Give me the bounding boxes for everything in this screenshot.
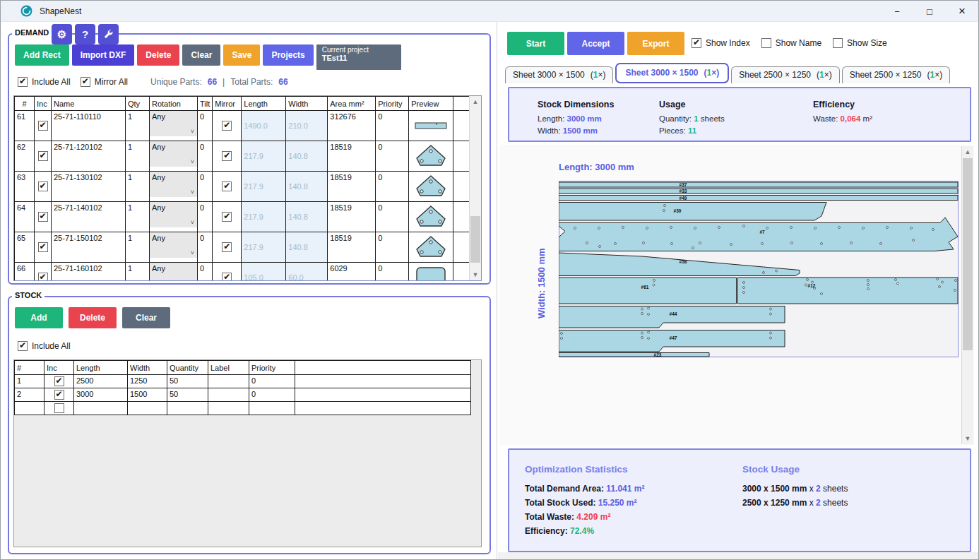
part-include-checkbox[interactable]: [38, 212, 48, 222]
stock-include-all-checkbox[interactable]: Include All: [18, 341, 71, 351]
part-include-checkbox[interactable]: [38, 242, 48, 252]
stock-include-checkbox[interactable]: [54, 403, 64, 413]
viz-scroll-down-icon[interactable]: ▼: [962, 433, 973, 444]
stock-include-cell[interactable]: [44, 402, 74, 415]
clear-parts-button[interactable]: Clear: [182, 44, 220, 66]
viz-scroll-up-icon[interactable]: ▲: [962, 146, 973, 157]
stock-quantity-cell[interactable]: 50: [167, 388, 208, 402]
stock-quantity-cell[interactable]: [167, 402, 208, 415]
stock-label-cell[interactable]: [208, 388, 249, 402]
stock-priority-cell[interactable]: [249, 402, 295, 415]
demand-table-row[interactable]: 6425-71-1401021Any˅0217.9140.8185190: [15, 202, 474, 232]
save-button[interactable]: Save: [223, 44, 260, 66]
part-include-cell[interactable]: [35, 172, 52, 202]
stock-label-cell[interactable]: [208, 402, 249, 415]
part-mirror-cell[interactable]: [213, 202, 242, 232]
view-option-show-name[interactable]: Show Name: [761, 38, 821, 48]
stock-table-row[interactable]: [15, 402, 471, 415]
part-tilt-cell[interactable]: 0: [198, 111, 213, 141]
stock-width-cell[interactable]: [128, 402, 167, 415]
part-mirror-checkbox[interactable]: [222, 121, 232, 131]
part-mirror-cell[interactable]: [213, 111, 242, 141]
rotation-dropdown[interactable]: Any˅: [150, 232, 198, 258]
nested-part-12[interactable]: #12: [738, 278, 959, 304]
view-option-checkbox[interactable]: [692, 38, 701, 48]
nesting-view[interactable]: Length: 3000 mm Width: 1500 mm #37#33#49…: [499, 145, 974, 446]
mirror-all-box[interactable]: [81, 77, 90, 87]
export-button[interactable]: Export: [627, 32, 684, 55]
stock-quantity-cell[interactable]: 50: [167, 375, 208, 388]
part-priority-cell[interactable]: 0: [376, 202, 409, 232]
part-mirror-checkbox[interactable]: [222, 151, 232, 161]
nested-part-30[interactable]: #30: [559, 203, 826, 221]
part-qty-cell[interactable]: 1: [126, 263, 150, 282]
part-tilt-cell[interactable]: 0: [198, 172, 213, 202]
part-name-cell[interactable]: 25-71-110110: [52, 111, 126, 141]
part-rotation-cell[interactable]: Any˅: [150, 111, 198, 141]
stock-width-cell[interactable]: 1250: [128, 375, 167, 388]
part-include-cell[interactable]: [35, 141, 52, 172]
part-tilt-cell[interactable]: 0: [198, 141, 213, 172]
part-include-cell[interactable]: [35, 232, 52, 263]
include-all-box[interactable]: [18, 77, 28, 87]
import-dxf-button[interactable]: Import DXF: [72, 44, 135, 66]
part-mirror-checkbox[interactable]: [222, 212, 232, 222]
scroll-down-icon[interactable]: ▼: [470, 269, 481, 280]
stock-label-cell[interactable]: [208, 375, 249, 388]
nested-part-37[interactable]: #37: [559, 182, 958, 187]
include-all-checkbox[interactable]: Include All: [18, 77, 71, 87]
part-qty-cell[interactable]: 1: [126, 172, 150, 202]
view-option-show-index[interactable]: Show Index: [692, 38, 750, 48]
rotation-dropdown[interactable]: Any˅: [150, 111, 198, 137]
accept-button[interactable]: Accept: [567, 32, 624, 55]
part-rotation-cell[interactable]: Any˅: [150, 172, 198, 202]
part-include-checkbox[interactable]: [38, 273, 48, 281]
part-mirror-checkbox[interactable]: [222, 181, 232, 191]
rotation-dropdown[interactable]: Any˅: [150, 263, 198, 282]
part-name-cell[interactable]: 25-71-150102: [52, 232, 126, 263]
demand-scroll-thumb[interactable]: [470, 216, 480, 263]
demand-table-row[interactable]: 6325-71-1301021Any˅0217.9140.8185190: [15, 172, 474, 202]
part-rotation-cell[interactable]: Any˅: [150, 263, 198, 282]
part-priority-cell[interactable]: 0: [376, 172, 409, 202]
nesting-canvas[interactable]: #37#33#49#30#7#58#61#12#44#47#23: [559, 181, 959, 357]
part-name-cell[interactable]: 25-71-160102: [52, 263, 126, 282]
sheet-tab[interactable]: Sheet 2500 × 1250(1×): [842, 66, 950, 83]
help-icon[interactable]: ?: [75, 24, 95, 44]
view-option-show-size[interactable]: Show Size: [833, 38, 887, 48]
view-option-checkbox[interactable]: [761, 38, 771, 48]
stock-priority-cell[interactable]: 0: [249, 388, 295, 402]
demand-table-row[interactable]: 6125-71-1101101Any˅01490.0210.03126760: [15, 111, 474, 141]
nested-part-7[interactable]: #7: [559, 218, 958, 251]
part-tilt-cell[interactable]: 0: [198, 232, 213, 263]
part-mirror-checkbox[interactable]: [222, 273, 232, 281]
sheet-tab[interactable]: Sheet 3000 × 1500(1×): [505, 66, 613, 83]
add-rect-button[interactable]: Add Rect: [15, 44, 69, 66]
viz-scrollbar[interactable]: ▲ ▼: [961, 146, 973, 444]
part-mirror-cell[interactable]: [213, 232, 242, 263]
part-tilt-cell[interactable]: 0: [198, 263, 213, 282]
part-qty-cell[interactable]: 1: [126, 202, 150, 232]
projects-button[interactable]: Projects: [263, 44, 313, 66]
part-qty-cell[interactable]: 1: [126, 232, 150, 263]
stock-include-checkbox[interactable]: [54, 390, 64, 400]
part-mirror-cell[interactable]: [213, 172, 242, 202]
stock-length-cell[interactable]: 2500: [74, 375, 128, 388]
stock-clear-button[interactable]: Clear: [122, 307, 170, 328]
part-name-cell[interactable]: 25-71-130102: [52, 172, 126, 202]
sheet-tab[interactable]: Sheet 2500 × 1250(1×): [731, 66, 839, 83]
stock-include-cell[interactable]: [44, 375, 74, 388]
demand-table-row[interactable]: 6225-71-1201021Any˅0217.9140.8185190: [15, 141, 474, 172]
part-priority-cell[interactable]: 0: [376, 141, 409, 172]
part-include-checkbox[interactable]: [38, 151, 48, 161]
stock-priority-cell[interactable]: 0: [249, 375, 295, 388]
part-tilt-cell[interactable]: 0: [198, 202, 213, 232]
stock-include-checkbox[interactable]: [54, 376, 64, 386]
wrench-icon[interactable]: [98, 24, 119, 44]
stock-include-cell[interactable]: [44, 388, 74, 402]
demand-table-row[interactable]: 6525-71-1501021Any˅0217.9140.8185190: [15, 232, 474, 263]
minimize-button[interactable]: −: [881, 1, 913, 22]
sheet-tab[interactable]: Sheet 3000 × 1500(1×): [615, 63, 729, 83]
maximize-button[interactable]: □: [913, 1, 946, 22]
start-button[interactable]: Start: [507, 32, 564, 55]
